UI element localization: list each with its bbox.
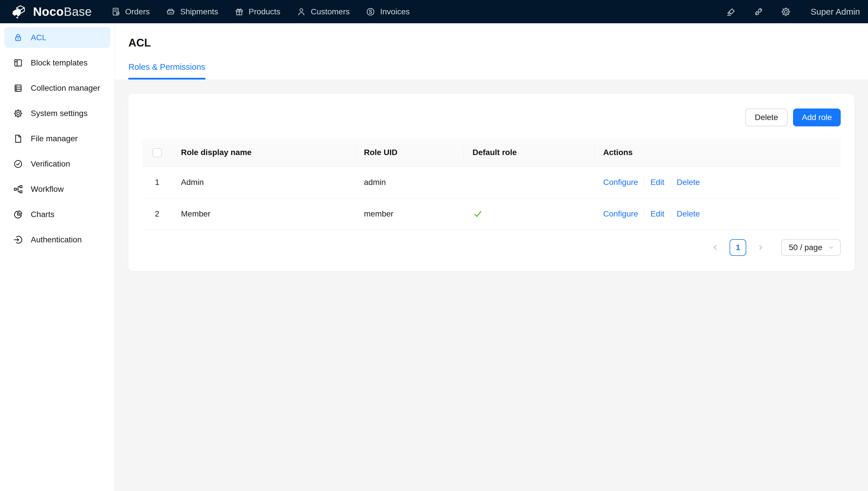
- delete-link[interactable]: Delete: [677, 209, 700, 218]
- nocobase-logo[interactable]: NocoBase: [11, 4, 92, 19]
- login-icon: [13, 235, 23, 245]
- action-divider: [670, 178, 671, 186]
- sidebar-item-charts[interactable]: Charts: [4, 204, 110, 225]
- sidebar-item-label: Authentication: [31, 235, 82, 244]
- column-header-role-uid: Role UID: [355, 138, 464, 167]
- nav-item-label: Customers: [311, 7, 350, 17]
- nav-item-products[interactable]: Products: [234, 0, 281, 23]
- nav-item-label: Orders: [125, 7, 150, 17]
- roles-card: Delete Add role Role display name Role U…: [128, 94, 855, 271]
- cell-role-display-name: Member: [172, 198, 355, 230]
- chevron-down-icon: [828, 244, 834, 251]
- tab-roles-permissions[interactable]: Roles & Permissions: [128, 61, 205, 80]
- row-index: 1: [142, 167, 172, 198]
- cell-default-role: [464, 167, 594, 198]
- check-circle-icon: [13, 159, 23, 169]
- pagination: 1 50 / page: [142, 239, 841, 256]
- nav-item-label: Invoices: [380, 7, 410, 17]
- sidebar: ACL Block templates Collection manager: [0, 23, 115, 491]
- sidebar-item-verification[interactable]: Verification: [4, 153, 110, 174]
- nav-item-invoices[interactable]: Invoices: [366, 0, 410, 23]
- plugins-plug-icon[interactable]: [753, 6, 764, 17]
- page-header: ACL Roles & Permissions: [115, 23, 868, 80]
- nav-item-customers[interactable]: Customers: [296, 0, 350, 23]
- block-templates-icon: [13, 58, 23, 68]
- sidebar-item-label: Verification: [31, 160, 70, 169]
- file-icon: [13, 134, 23, 144]
- page-size-select[interactable]: 50 / page: [781, 239, 841, 256]
- sidebar-item-collection-manager[interactable]: Collection manager: [4, 78, 110, 98]
- edit-link[interactable]: Edit: [650, 209, 664, 218]
- shipments-vehicle-icon: [166, 7, 175, 17]
- page-title: ACL: [128, 36, 868, 49]
- main-area: ACL Roles & Permissions Delete Add role: [115, 23, 868, 491]
- topbar: NocoBase Orders: [0, 0, 868, 23]
- ui-editor-highlighter-icon[interactable]: [726, 6, 737, 17]
- user-menu[interactable]: Super Admin: [811, 7, 860, 17]
- roles-table: Role display name Role UID Default role …: [142, 138, 841, 230]
- cell-role-uid: member: [355, 198, 464, 230]
- products-gift-icon: [234, 7, 244, 17]
- sidebar-item-file-manager[interactable]: File manager: [4, 128, 110, 149]
- sidebar-item-label: File manager: [31, 134, 78, 143]
- pie-chart-icon: [13, 209, 23, 220]
- page-size-value: 50 / page: [789, 243, 822, 252]
- select-all-checkbox[interactable]: [152, 148, 162, 157]
- sidebar-item-label: ACL: [31, 33, 46, 42]
- configure-link[interactable]: Configure: [603, 178, 638, 186]
- cell-role-uid: admin: [355, 167, 464, 198]
- nav-item-orders[interactable]: Orders: [111, 0, 150, 23]
- content-area: Delete Add role Role display name Role U…: [115, 80, 868, 491]
- card-toolbar: Delete Add role: [142, 94, 841, 126]
- column-header-role-display-name: Role display name: [172, 138, 355, 167]
- configure-link[interactable]: Configure: [603, 209, 638, 218]
- cell-default-role: [464, 198, 594, 230]
- sidebar-item-acl[interactable]: ACL: [4, 27, 110, 48]
- invoices-icon: [366, 7, 375, 17]
- tab-bar: Roles & Permissions: [128, 61, 868, 80]
- row-index: 2: [142, 198, 172, 230]
- top-navigation: Orders Shipments: [111, 0, 410, 23]
- sidebar-item-label: System settings: [31, 109, 88, 118]
- customers-user-icon: [296, 7, 306, 17]
- orders-document-icon: [111, 7, 121, 17]
- sidebar-item-label: Charts: [31, 210, 54, 219]
- settings-gear-icon[interactable]: [780, 6, 791, 17]
- sidebar-item-workflow[interactable]: Workflow: [4, 179, 110, 200]
- table-row: 1 Admin admin ConfigureEditDelete: [142, 167, 841, 198]
- delete-button[interactable]: Delete: [745, 109, 788, 126]
- action-divider: [670, 210, 671, 218]
- edit-link[interactable]: Edit: [650, 178, 664, 186]
- delete-link[interactable]: Delete: [677, 178, 700, 186]
- nav-item-label: Products: [249, 7, 281, 17]
- sidebar-item-label: Workflow: [31, 184, 64, 194]
- column-header-default-role: Default role: [464, 138, 594, 167]
- add-role-button[interactable]: Add role: [793, 109, 841, 126]
- workflow-icon: [13, 184, 23, 194]
- table-row: 2 Member member ConfigureEditDelete: [142, 198, 841, 230]
- sidebar-item-block-templates[interactable]: Block templates: [4, 52, 110, 73]
- sidebar-item-label: Block templates: [31, 58, 88, 67]
- default-role-check-icon: [472, 208, 594, 220]
- cell-role-display-name: Admin: [172, 167, 355, 198]
- table-header-row: Role display name Role UID Default role …: [142, 138, 841, 167]
- cell-actions: ConfigureEditDelete: [594, 198, 841, 230]
- cell-actions: ConfigureEditDelete: [594, 167, 841, 198]
- nav-item-label: Shipments: [180, 7, 218, 17]
- nocobase-logo-icon: [11, 4, 29, 19]
- column-header-actions: Actions: [594, 138, 841, 167]
- sidebar-item-authentication[interactable]: Authentication: [4, 229, 110, 250]
- collection-manager-icon: [13, 83, 23, 93]
- logo-text: NocoBase: [33, 5, 92, 19]
- page-number-1[interactable]: 1: [729, 239, 746, 256]
- next-page-icon[interactable]: [755, 242, 766, 253]
- nav-item-shipments[interactable]: Shipments: [166, 0, 218, 23]
- sidebar-item-label: Collection manager: [31, 84, 100, 93]
- lock-icon: [13, 32, 23, 43]
- sidebar-item-system-settings[interactable]: System settings: [4, 103, 110, 124]
- gear-icon: [13, 108, 23, 119]
- topbar-right: Super Admin: [726, 6, 860, 17]
- previous-page-icon[interactable]: [710, 242, 720, 253]
